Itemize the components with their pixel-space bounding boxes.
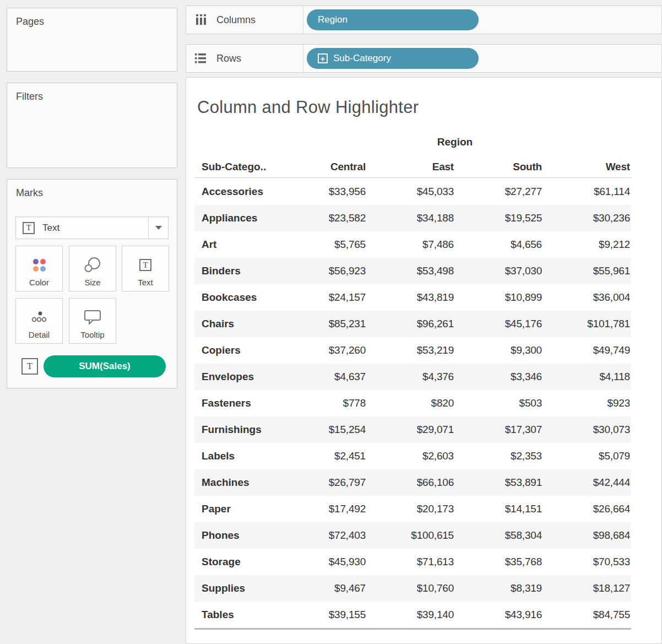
value-cell[interactable]: $34,188: [367, 212, 455, 224]
value-cell[interactable]: $55,961: [543, 265, 631, 277]
value-cell[interactable]: $18,127: [543, 582, 631, 594]
value-cell[interactable]: $29,071: [367, 424, 455, 436]
row-label[interactable]: Copiers: [194, 344, 279, 356]
column-header-east[interactable]: East: [367, 161, 455, 173]
row-label[interactable]: Envelopes: [194, 371, 279, 383]
value-cell[interactable]: $30,236: [543, 212, 631, 224]
value-cell[interactable]: $49,749: [543, 344, 631, 356]
value-cell[interactable]: $39,140: [367, 609, 455, 621]
value-cell[interactable]: $10,760: [367, 582, 455, 594]
value-cell[interactable]: $2,353: [455, 450, 543, 462]
row-label[interactable]: Fasteners: [194, 397, 279, 409]
sub-category-pill[interactable]: + Sub-Category: [307, 48, 479, 69]
value-cell[interactable]: $5,079: [543, 450, 631, 462]
filters-shelf[interactable]: Filters: [7, 83, 177, 168]
size-button[interactable]: Size: [69, 246, 116, 291]
value-cell[interactable]: $85,231: [279, 318, 367, 330]
value-cell[interactable]: $101,781: [543, 318, 631, 330]
value-cell[interactable]: $26,664: [543, 503, 631, 515]
value-cell[interactable]: $96,261: [367, 318, 455, 330]
value-cell[interactable]: $66,106: [367, 477, 455, 489]
value-cell[interactable]: $4,376: [367, 371, 455, 383]
value-cell[interactable]: $58,304: [455, 529, 543, 542]
value-cell[interactable]: $2,603: [367, 450, 455, 462]
row-label[interactable]: Phones: [194, 529, 279, 542]
value-cell[interactable]: $15,254: [279, 424, 367, 436]
column-header-central[interactable]: Central: [279, 161, 367, 173]
value-cell[interactable]: $84,755: [543, 609, 631, 621]
value-cell[interactable]: $56,923: [279, 265, 367, 277]
value-cell[interactable]: $36,004: [543, 291, 631, 304]
tooltip-button[interactable]: Tooltip: [69, 298, 116, 344]
value-cell[interactable]: $30,073: [543, 424, 631, 436]
color-button[interactable]: Color: [15, 246, 63, 291]
value-cell[interactable]: $39,155: [279, 609, 367, 621]
row-label[interactable]: Bookcases: [194, 291, 279, 304]
row-label[interactable]: Paper: [194, 503, 279, 515]
value-cell[interactable]: $100,615: [367, 529, 455, 542]
text-button[interactable]: T Text: [122, 246, 169, 291]
value-cell[interactable]: $5,765: [279, 239, 367, 251]
row-label[interactable]: Binders: [194, 265, 279, 277]
value-cell[interactable]: $42,444: [543, 477, 631, 489]
value-cell[interactable]: $45,930: [279, 556, 367, 568]
value-cell[interactable]: $45,033: [367, 186, 455, 198]
value-cell[interactable]: $4,118: [543, 371, 631, 383]
sheet-title[interactable]: Column and Row Highlighter: [197, 98, 419, 117]
mark-type-dropdown-button[interactable]: [148, 217, 168, 239]
expand-plus-icon[interactable]: +: [318, 53, 328, 63]
sum-sales-pill[interactable]: SUM(Sales): [44, 355, 166, 377]
value-cell[interactable]: $7,486: [367, 239, 455, 251]
mark-type-dropdown[interactable]: T Text: [15, 217, 169, 239]
value-cell[interactable]: $2,451: [279, 450, 367, 462]
value-cell[interactable]: $71,613: [367, 556, 455, 568]
value-cell[interactable]: $4,637: [279, 371, 367, 383]
value-cell[interactable]: $4,656: [455, 239, 543, 251]
value-cell[interactable]: $72,403: [279, 529, 367, 542]
pages-shelf[interactable]: Pages: [7, 8, 177, 72]
value-cell[interactable]: $820: [367, 397, 455, 409]
value-cell[interactable]: $3,346: [455, 371, 543, 383]
value-cell[interactable]: $503: [455, 397, 543, 409]
row-label[interactable]: Appliances: [194, 212, 279, 224]
value-cell[interactable]: $53,219: [367, 344, 455, 356]
value-cell[interactable]: $37,030: [455, 265, 543, 277]
row-label[interactable]: Accessories: [194, 186, 279, 198]
row-label[interactable]: Furnishings: [194, 424, 279, 436]
columns-shelf[interactable]: Columns Region: [186, 6, 662, 34]
value-cell[interactable]: $14,151: [455, 503, 543, 515]
value-cell[interactable]: $98,684: [543, 529, 631, 542]
value-cell[interactable]: $26,797: [279, 477, 367, 489]
text-t-icon[interactable]: T: [21, 358, 38, 375]
column-header-west[interactable]: West: [543, 161, 631, 173]
value-cell[interactable]: $23,582: [279, 212, 367, 224]
value-cell[interactable]: $923: [543, 397, 631, 409]
row-label[interactable]: Storage: [194, 556, 279, 568]
value-cell[interactable]: $8,319: [455, 582, 543, 594]
value-cell[interactable]: $35,768: [455, 556, 543, 568]
value-cell[interactable]: $37,260: [279, 344, 367, 356]
value-cell[interactable]: $10,899: [455, 291, 543, 304]
value-cell[interactable]: $19,525: [455, 212, 543, 224]
value-cell[interactable]: $778: [279, 397, 367, 409]
row-label[interactable]: Chairs: [194, 318, 279, 330]
value-cell[interactable]: $9,212: [543, 239, 631, 251]
value-cell[interactable]: $17,492: [279, 503, 367, 515]
value-cell[interactable]: $24,157: [279, 291, 367, 304]
value-cell[interactable]: $61,114: [543, 186, 631, 198]
value-cell[interactable]: $9,467: [279, 582, 367, 594]
value-cell[interactable]: $70,533: [543, 556, 631, 568]
column-header-south[interactable]: South: [455, 161, 543, 173]
rows-shelf[interactable]: Rows + Sub-Category: [186, 44, 662, 73]
row-label[interactable]: Labels: [194, 450, 279, 462]
row-label[interactable]: Supplies: [194, 582, 279, 594]
value-cell[interactable]: $43,916: [455, 609, 543, 621]
value-cell[interactable]: $43,819: [367, 291, 455, 304]
value-cell[interactable]: $17,307: [455, 424, 543, 436]
value-cell[interactable]: $33,956: [279, 186, 367, 198]
value-cell[interactable]: $20,173: [367, 503, 455, 515]
row-label[interactable]: Machines: [194, 477, 279, 489]
region-pill[interactable]: Region: [307, 9, 479, 30]
row-dimension-header[interactable]: Sub-Catego..: [194, 161, 279, 173]
value-cell[interactable]: $53,891: [455, 477, 543, 489]
